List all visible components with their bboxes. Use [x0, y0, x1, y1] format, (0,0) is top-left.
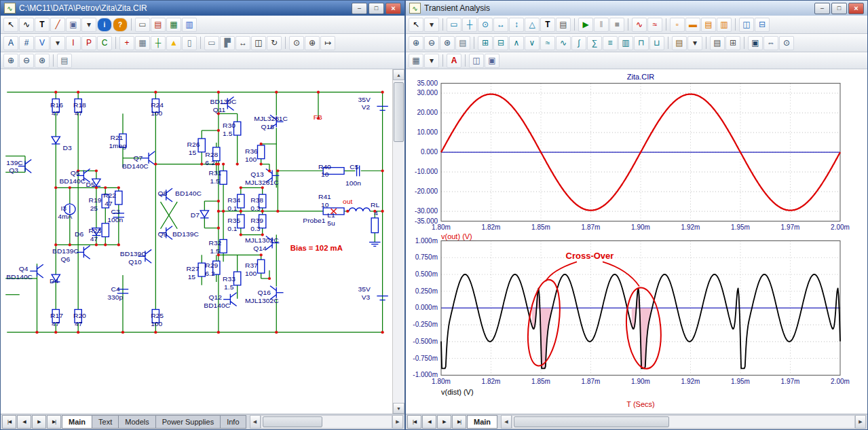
list-icon[interactable]: ▤ — [710, 36, 725, 50]
component-dropdown[interactable]: ▾ — [81, 18, 96, 32]
conditions-icon[interactable]: C — [97, 36, 112, 50]
text-mode-icon[interactable]: T — [540, 18, 555, 32]
new-page-icon[interactable]: ▯ — [182, 36, 197, 50]
attribute-text-icon[interactable]: A — [3, 36, 18, 50]
spreadsheet-icon[interactable]: ▦ — [166, 18, 181, 32]
close-button[interactable]: × — [385, 3, 401, 14]
add-waveform-icon[interactable]: ⊞ — [478, 36, 493, 50]
horizontal-tag-icon[interactable]: ↔ — [493, 18, 508, 32]
cross-wire-icon[interactable]: ┼ — [151, 36, 166, 50]
ruler-icon[interactable]: ▬ — [685, 18, 700, 32]
select-mode-icon[interactable]: ↖ — [409, 18, 423, 32]
zoom-in-icon[interactable]: ⊕ — [409, 36, 423, 50]
title-block-icon[interactable]: ▛ — [220, 36, 235, 50]
scrollbar-thumb[interactable] — [263, 416, 323, 427]
scroll-up-button[interactable]: ▲ — [393, 69, 404, 80]
peak-icon[interactable]: ∧ — [509, 36, 524, 50]
expand-icon[interactable]: ▣ — [748, 36, 763, 50]
minimize-button[interactable]: – — [352, 3, 367, 14]
currents-icon[interactable]: I — [66, 36, 81, 50]
paste-dropdown[interactable]: ▾ — [687, 36, 702, 50]
plot-area[interactable]: 1.80m1.82m1.85m1.87m1.90m1.92m1.95m1.97m… — [406, 69, 867, 414]
tab-main[interactable]: Main — [467, 415, 497, 429]
vertical-scrollbar[interactable]: ▲ ▼ — [392, 69, 404, 414]
sum-icon[interactable]: ∑ — [587, 36, 602, 50]
find-icon[interactable]: ⊙ — [289, 36, 304, 50]
scale-mode-icon[interactable]: ▭ — [447, 18, 461, 32]
smoothing-icon[interactable]: ∿ — [556, 36, 571, 50]
close-button[interactable]: × — [848, 3, 864, 14]
info-mode-icon[interactable]: i — [97, 18, 112, 32]
scrollbar-thumb[interactable] — [514, 416, 669, 427]
wave-cursor-icon[interactable]: ∿ — [632, 18, 647, 32]
cursor-mode-icon[interactable]: ┼ — [462, 18, 477, 32]
zoom-out-icon[interactable]: ⊖ — [424, 36, 439, 50]
data-points-icon[interactable]: ▫ — [670, 18, 685, 32]
histogram-icon[interactable]: ▥ — [618, 36, 633, 50]
limits-icon[interactable]: ⊓ — [634, 36, 649, 50]
delete-waveform-icon[interactable]: ⊟ — [493, 36, 508, 50]
scrollbar-track[interactable] — [261, 415, 392, 429]
maximize-button[interactable]: □ — [831, 3, 847, 14]
report-icon[interactable]: ▥ — [182, 18, 197, 32]
stack-icon[interactable]: ≡ — [603, 36, 618, 50]
run-icon[interactable]: ▶ — [578, 18, 593, 32]
grid-layout-icon[interactable]: ▦ — [409, 54, 423, 68]
find-next-icon[interactable]: ⊕ — [305, 36, 320, 50]
tab-info[interactable]: Info — [220, 415, 246, 429]
vertical-axes-icon[interactable]: ▥ — [717, 18, 732, 32]
move-icon[interactable]: ↔ — [235, 36, 250, 50]
tab-main[interactable]: Main — [62, 415, 92, 429]
performance-tag-icon[interactable]: △ — [525, 18, 540, 32]
horizontal-axes-icon[interactable]: ▤ — [701, 18, 716, 32]
font-icon[interactable]: A — [447, 54, 461, 68]
display-dropdown[interactable]: ▾ — [50, 36, 65, 50]
zoom-in-icon[interactable]: ⊕ — [3, 54, 18, 68]
horizontal-scrollbar[interactable]: ◀ ▶ — [501, 415, 866, 429]
help-mode-icon[interactable]: ? — [113, 18, 128, 32]
print-preview-icon[interactable]: ▤ — [455, 36, 470, 50]
scroll-right-button[interactable]: ▶ — [392, 415, 403, 429]
first-tab-button[interactable]: |◀ — [2, 415, 16, 429]
horizontal-scrollbar[interactable]: ◀ ▶ — [250, 415, 403, 429]
scrollbar-track[interactable] — [393, 80, 404, 403]
scroll-right-button[interactable]: ▶ — [855, 415, 866, 429]
prev-tab-button[interactable]: ◀ — [422, 415, 436, 429]
pause-icon[interactable]: ‖ — [594, 18, 609, 32]
union-icon[interactable]: ⊔ — [649, 36, 664, 50]
minimize-button[interactable]: – — [814, 3, 830, 14]
magnify-icon[interactable]: ⊙ — [779, 36, 794, 50]
node-numbers-icon[interactable]: # — [19, 36, 34, 50]
scroll-left-button[interactable]: ◀ — [250, 415, 261, 429]
warning-icon[interactable]: ▲ — [166, 36, 181, 50]
scroll-left-button[interactable]: ◀ — [501, 415, 512, 429]
calculator-icon[interactable]: ⊞ — [725, 36, 740, 50]
paste-icon[interactable]: ▤ — [672, 36, 687, 50]
picture-mode-icon[interactable]: ▣ — [66, 18, 81, 32]
text-document-icon[interactable]: ▤ — [151, 18, 166, 32]
tab-power-supplies[interactable]: Power Supplies — [155, 415, 221, 429]
integral-icon[interactable]: ∫ — [571, 36, 586, 50]
zoom-fit-icon[interactable]: ⊛ — [440, 36, 455, 50]
rotate-icon[interactable]: ↻ — [267, 36, 282, 50]
zoom-out-icon[interactable]: ⊖ — [19, 54, 34, 68]
page-image-icon[interactable]: ▤ — [57, 54, 72, 68]
grid-icon[interactable]: ▦ — [135, 36, 150, 50]
region-box-icon[interactable]: ▭ — [135, 18, 150, 32]
first-tab-button[interactable]: |◀ — [407, 415, 421, 429]
point-tag-icon[interactable]: ⊙ — [478, 18, 493, 32]
mirror-icon[interactable]: ◫ — [251, 36, 266, 50]
analysis-titlebar[interactable]: ∿ Transient Analysis – □ × — [406, 1, 867, 16]
select-mode-icon[interactable]: ↖ — [3, 18, 18, 32]
tab-text[interactable]: Text — [92, 415, 119, 429]
tab-models[interactable]: Models — [118, 415, 155, 429]
grid-layout-dropdown[interactable]: ▾ — [424, 54, 439, 68]
envelope-icon[interactable]: ≈ — [540, 36, 555, 50]
node-voltages-icon[interactable]: V — [35, 36, 50, 50]
last-tab-button[interactable]: ▶| — [47, 415, 61, 429]
stop-icon[interactable]: ■ — [609, 18, 624, 32]
last-tab-button[interactable]: ▶| — [452, 415, 466, 429]
vertical-tag-icon[interactable]: ↕ — [509, 18, 524, 32]
wave-measure-icon[interactable]: ≈ — [647, 18, 662, 32]
zoom-query-icon[interactable]: ⊛ — [35, 54, 50, 68]
